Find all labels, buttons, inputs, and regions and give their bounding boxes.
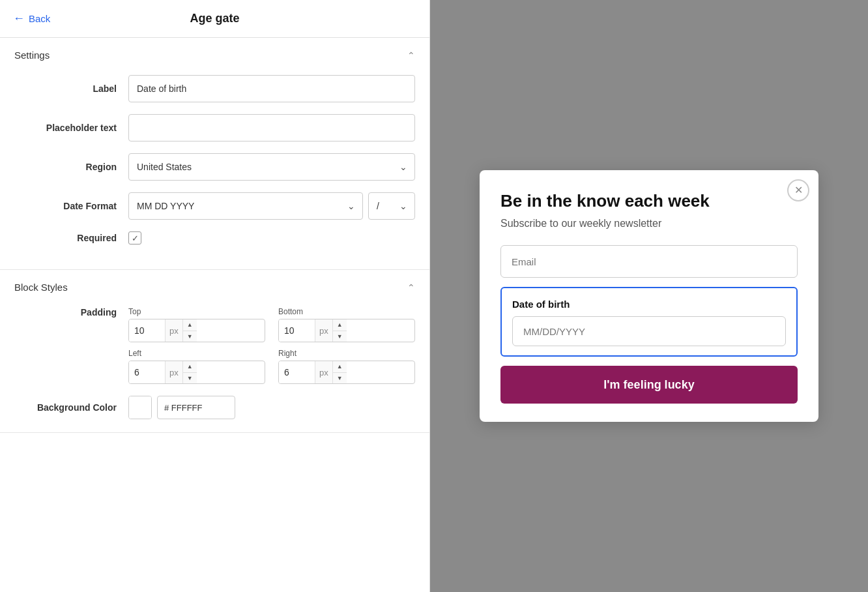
header: ← Back Age gate <box>0 0 429 38</box>
placeholder-text-input[interactable] <box>128 114 415 141</box>
lucky-button[interactable]: I'm feeling lucky <box>500 366 798 404</box>
padding-left-increment[interactable]: ▲ <box>183 361 197 373</box>
padding-bottom-increment[interactable]: ▲ <box>333 319 347 331</box>
region-label: Region <box>14 162 128 172</box>
padding-bottom-label: Bottom <box>278 307 415 316</box>
separator-select[interactable]: / - . <box>368 192 415 220</box>
block-styles-section-title: Block Styles <box>14 282 68 293</box>
padding-bottom-decrement[interactable]: ▼ <box>333 331 347 342</box>
padding-left-input-wrap: px ▲ ▼ <box>128 361 265 384</box>
bg-color-row: Background Color <box>14 396 415 419</box>
block-styles-section: Block Styles ⌃ Padding Top px <box>0 270 429 433</box>
padding-row: Padding Top px ▲ ▼ <box>14 307 415 384</box>
padding-bottom-input[interactable] <box>279 319 315 342</box>
dob-label: Date of birth <box>512 299 786 310</box>
modal-card: ✕ Be in the know each week Subscribe to … <box>480 170 818 422</box>
color-swatch-inner <box>129 396 151 419</box>
label-row: Label <box>14 75 415 102</box>
placeholder-text-label: Placeholder text <box>14 123 128 133</box>
padding-right-label: Right <box>278 349 415 358</box>
padding-top-label: Top <box>128 307 265 316</box>
block-styles-form-body: Padding Top px ▲ ▼ <box>0 304 429 432</box>
padding-top-px-label: px <box>165 319 182 342</box>
padding-bottom-stepper: ▲ ▼ <box>332 319 347 342</box>
padding-top-input-wrap: px ▲ ▼ <box>128 319 265 342</box>
color-swatch[interactable] <box>128 396 152 419</box>
required-label: Required <box>14 233 128 243</box>
padding-bottom-input-wrap: px ▲ ▼ <box>278 319 415 342</box>
padding-right-px-label: px <box>315 361 332 383</box>
padding-left-decrement[interactable]: ▼ <box>183 373 197 384</box>
padding-right-increment[interactable]: ▲ <box>333 361 347 373</box>
close-icon: ✕ <box>794 184 803 196</box>
padding-left-stepper: ▲ ▼ <box>182 361 197 383</box>
page-title: Age gate <box>190 12 239 25</box>
padding-controls: Top px ▲ ▼ Bot <box>128 307 415 384</box>
settings-collapse-icon[interactable]: ⌃ <box>407 50 415 61</box>
required-checkbox-wrapper: ✓ <box>128 231 141 244</box>
date-format-select[interactable]: MM DD YYYY DD MM YYYY YYYY MM DD <box>128 192 363 220</box>
bg-color-hex-input[interactable] <box>157 396 235 419</box>
padding-left-px-label: px <box>165 361 182 383</box>
date-format-label: Date Format <box>14 201 128 211</box>
padding-bottom-group: Bottom px ▲ ▼ <box>278 307 415 342</box>
right-panel: ✕ Be in the know each week Subscribe to … <box>430 0 868 592</box>
modal-close-button[interactable]: ✕ <box>787 179 809 201</box>
label-field-label: Label <box>14 83 128 94</box>
padding-right-decrement[interactable]: ▼ <box>333 373 347 384</box>
separator-select-wrapper: / - . ⌄ <box>368 192 415 220</box>
email-input[interactable] <box>500 245 798 278</box>
padding-label: Padding <box>14 307 128 318</box>
padding-top-decrement[interactable]: ▼ <box>183 331 197 342</box>
region-row: Region United States United Kingdom Cana… <box>14 153 415 181</box>
padding-right-stepper: ▲ ▼ <box>332 361 347 383</box>
date-format-row: Date Format MM DD YYYY DD MM YYYY YYYY M… <box>14 192 415 220</box>
padding-bottom-px-label: px <box>315 319 332 342</box>
back-arrow-icon: ← <box>13 12 25 25</box>
region-select[interactable]: United States United Kingdom Canada Aust… <box>128 153 415 181</box>
bg-color-label: Background Color <box>14 402 128 413</box>
padding-left-input[interactable] <box>129 361 165 383</box>
padding-left-group: Left px ▲ ▼ <box>128 349 265 384</box>
dob-input[interactable] <box>512 316 786 346</box>
padding-top-stepper: ▲ ▼ <box>182 319 197 342</box>
padding-top-input[interactable] <box>129 319 165 342</box>
settings-section-title: Settings <box>14 50 50 61</box>
required-row: Required ✓ <box>14 231 415 244</box>
settings-form-body: Label Placeholder text Region United Sta… <box>0 72 429 269</box>
modal-title: Be in the know each week <box>500 191 798 211</box>
padding-top-increment[interactable]: ▲ <box>183 319 197 331</box>
date-format-group: MM DD YYYY DD MM YYYY YYYY MM DD ⌄ / - .… <box>128 192 415 220</box>
label-input[interactable] <box>128 75 415 102</box>
left-panel: ← Back Age gate Settings ⌃ Label Placeho… <box>0 0 430 592</box>
modal-subtitle: Subscribe to our weekly newsletter <box>500 218 798 229</box>
padding-right-input-wrap: px ▲ ▼ <box>278 361 415 384</box>
padding-left-label: Left <box>128 349 265 358</box>
back-label: Back <box>29 13 50 24</box>
date-format-select-wrapper: MM DD YYYY DD MM YYYY YYYY MM DD ⌄ <box>128 192 363 220</box>
back-button[interactable]: ← Back <box>13 12 50 25</box>
padding-top-group: Top px ▲ ▼ <box>128 307 265 342</box>
date-of-birth-block: Date of birth <box>500 287 798 357</box>
placeholder-row: Placeholder text <box>14 114 415 141</box>
region-select-wrapper: United States United Kingdom Canada Aust… <box>128 153 415 181</box>
required-checkbox[interactable]: ✓ <box>128 231 141 244</box>
padding-right-group: Right px ▲ ▼ <box>278 349 415 384</box>
padding-right-input[interactable] <box>279 361 315 383</box>
block-styles-section-header: Block Styles ⌃ <box>0 270 429 304</box>
settings-section-header: Settings ⌃ <box>0 38 429 72</box>
block-styles-collapse-icon[interactable]: ⌃ <box>407 282 415 293</box>
padding-grid: Top px ▲ ▼ Bot <box>128 307 415 384</box>
settings-section: Settings ⌃ Label Placeholder text Region… <box>0 38 429 270</box>
